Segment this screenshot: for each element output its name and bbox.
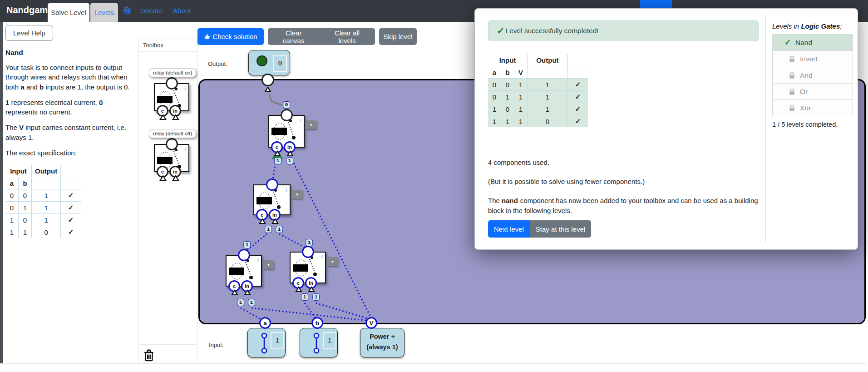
tab-solve-level[interactable]: Solve Level [48,3,89,22]
output-node-arrow [264,86,271,92]
tab-levels-label: Levels [94,9,114,16]
levels-sidebar: Levels in Logic Gates: ✓ Nand Invert And… [772,22,853,128]
levels-progress: 1 / 5 levels completed. [772,121,853,128]
toolbox-divider [139,344,197,345]
nav-link-about[interactable]: About [173,7,191,15]
check-solution-button[interactable]: Check solution [197,28,264,45]
relay-output-terminal[interactable] [238,249,250,261]
wire-value-badge: 1 [237,299,244,306]
output-label: Output: [208,60,227,67]
relay-component[interactable]: i c in ▼ [253,184,291,215]
wire-value-badge: 1 [276,226,283,233]
terminal-arrow [159,175,167,181]
input-node-b[interactable]: b [311,317,323,329]
profile-button-partial[interactable] [640,0,672,9]
check-solution-label: Check solution [212,33,257,40]
relay-menu-button[interactable]: ▼ [291,190,303,199]
check-icon: ✓ [784,38,794,47]
relay-menu-button[interactable]: ▼ [306,120,317,129]
output-box: 0 [248,50,290,75]
relay-coil-graphic [271,118,300,142]
level-item-nand[interactable]: ✓ Nand [772,34,853,51]
info-icon[interactable]: i [300,117,301,124]
relay-output-terminal[interactable] [166,138,178,150]
switch-icon[interactable] [313,331,320,355]
relay-menu-button[interactable]: ▼ [327,257,338,266]
level-complete-modal: ✓ Level successfully completed! InputOut… [474,8,858,250]
wire-value-badge: 1 [274,157,281,164]
toolbox-relay-on[interactable]: i c in [154,83,189,111]
input-box-a[interactable]: 1 [247,328,286,357]
level-title: Nand [5,49,134,57]
info-icon[interactable]: i [321,253,323,261]
lock-icon [789,104,798,112]
tab-solve-label: Solve Level [51,9,86,16]
levels-title: Levels in Logic Gates: [772,22,853,30]
wire-value-badge: 1 [306,239,313,246]
relay-component[interactable]: i c in ▼ [226,255,262,287]
relay-menu-button[interactable]: ▼ [263,260,274,269]
info-icon[interactable]: i [184,146,186,153]
content-bottom-divider [3,363,866,364]
clear-canvas-button[interactable]: Clear canvas [268,29,319,45]
success-check-icon: ✓ [497,25,505,36]
switch-icon[interactable] [261,331,268,355]
relay-output-terminal[interactable] [281,109,293,121]
info-icon[interactable]: i [257,257,259,264]
terminal-arrow [286,150,294,156]
level-item-and: And [772,67,853,84]
output-value: 0 [273,55,287,72]
input-label: Input: [209,342,224,348]
wire[interactable] [316,303,372,320]
input-node-v[interactable]: V [365,317,377,329]
relay-coil-graphic [292,254,321,279]
level-item-label: Nand [795,39,812,47]
power-box: Power + (always 1) [360,328,404,357]
result-truth-table: InputOutput abV 0011✓ 0111✓ 1011✓ 1110✓ [488,54,588,127]
terminal-arrow [231,289,238,295]
fewer-components-text: (But it is possible to solve using fewer… [488,178,645,185]
brand-logo: Nandgame [6,5,53,15]
lock-icon [789,55,798,63]
wire-value-badge: 1 [286,157,293,164]
help-panel: Level Help Nand Your task is to connect … [4,24,134,238]
page: Nandgame Solve Level Levels Donate About… [0,0,868,372]
level-help-button[interactable]: Level Help [5,25,53,41]
input-box-b[interactable]: 1 [300,328,338,357]
toolbox-relay-on-label: relay (default on) [149,68,196,77]
relay-coil-graphic [228,258,257,282]
nav-link-donate[interactable]: Donate [140,7,162,15]
trash-icon[interactable] [143,349,154,362]
gear-icon[interactable] [123,6,132,16]
input-b-value: 1 [323,332,336,349]
toolbox-panel: Toolbox relay (default on) i c in relay … [138,39,197,363]
help-paragraph-2: 1 represents electrical current, 0 repre… [5,98,132,117]
success-alert: ✓ Level successfully completed! [488,20,759,41]
terminal-arrow [271,218,279,224]
toolbox-title: Toolbox [139,39,197,52]
relay-output-terminal[interactable] [266,179,278,191]
wire-value-badge: 0 [283,101,290,109]
lock-icon [789,72,798,79]
output-node[interactable] [261,74,274,86]
components-used-text: 4 components used. [488,159,549,166]
relay-output-terminal[interactable] [166,77,178,89]
modal-button-group: Next level Stay at this level [488,220,591,238]
relay-component[interactable]: i c in [154,144,189,172]
input-node-a[interactable]: a [259,317,271,329]
relay-output-terminal[interactable] [302,246,314,258]
tab-levels[interactable]: Levels [90,3,118,22]
relay-component[interactable]: i c in [154,83,189,111]
next-level-button[interactable]: Next level [488,220,530,238]
stay-at-level-button[interactable]: Stay at this level [530,220,591,238]
wire[interactable] [279,234,307,248]
clear-all-levels-button[interactable]: Clear all levels [319,29,375,45]
info-icon[interactable]: i [184,85,186,92]
relay-component[interactable]: i c in ▼ [268,115,305,148]
info-icon[interactable]: i [286,186,287,193]
level-item-or: Or [772,83,853,100]
toolbox-relay-off[interactable]: i c in [154,144,189,172]
skip-level-button[interactable]: Skip level [379,28,417,45]
relay-component[interactable]: i c in ▼ [290,252,326,283]
level-item-label: Xor [800,104,811,112]
